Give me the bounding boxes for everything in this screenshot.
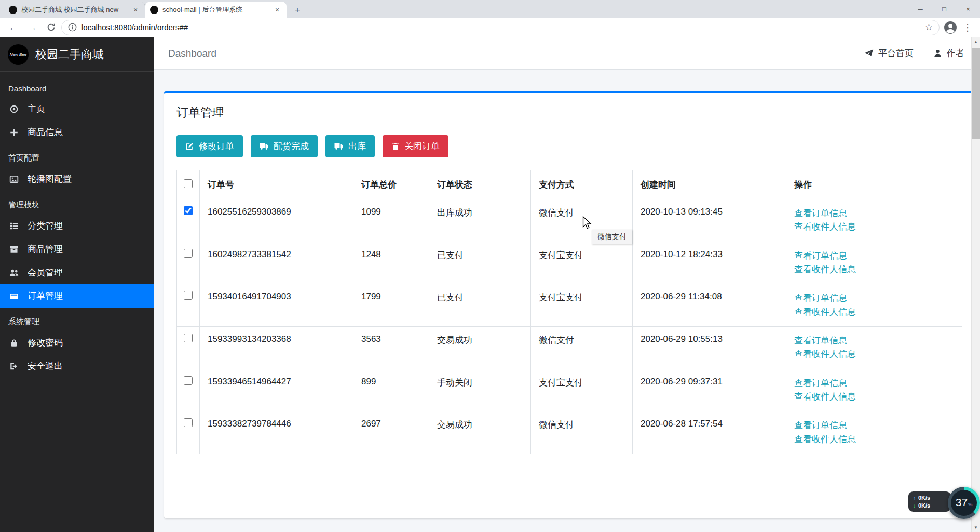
view-recipient-link[interactable]: 查看收件人信息 [794,348,954,361]
nav-section-system: 系统管理 [0,308,154,331]
sidebar-item-label: 会员管理 [28,267,63,278]
bookmark-star-icon[interactable]: ☆ [925,22,933,33]
nav-section-management: 管理模块 [0,191,154,214]
brand-link[interactable]: New Bee 校园二手商城 [0,37,154,72]
tab-close-icon[interactable]: × [131,5,140,15]
scrollbar-thumb[interactable] [972,48,980,139]
page-scrollbar[interactable]: ▲ ▼ [971,37,980,532]
view-order-link[interactable]: 查看订单信息 [794,334,954,348]
image-icon [8,175,20,184]
order-total-cell: 3563 [353,327,429,369]
sidebar-item-product-management[interactable]: 商品管理 [0,237,154,261]
window-minimize-button[interactable]: ─ [908,0,932,18]
reload-button[interactable] [43,19,59,36]
sidebar-item-product-info[interactable]: 商品信息 [0,121,154,144]
browser-tab-1[interactable]: 校园二手商城 校园二手商城 new × [4,2,145,18]
view-recipient-link[interactable]: 查看收件人信息 [794,305,954,319]
view-recipient-link[interactable]: 查看收件人信息 [794,220,954,234]
button-label: 修改订单 [199,140,234,152]
browser-menu-icon[interactable]: ⋮ [962,22,973,33]
order-status-cell: 已支付 [429,284,531,327]
table-row: 16025516259303869 1099 出库成功 微信支付 2020-10… [177,200,962,242]
order-status-cell: 交易成功 [429,411,531,454]
created-time-cell: 2020-06-29 11:34:08 [633,284,786,327]
sidebar-item-label: 安全退出 [28,360,63,372]
table-row: 15933993134203368 3563 交易成功 微信支付 2020-06… [177,327,962,369]
truck-icon [260,142,269,150]
row-checkbox[interactable] [184,249,193,258]
actions-cell: 查看订单信息 查看收件人信息 [786,200,962,242]
orders-toolbar: 修改订单 配货完成 出库 关闭订单 [176,135,962,157]
tab-title: 校园二手商城 校园二手商城 new [21,5,127,15]
column-created: 创建时间 [633,170,786,200]
button-label: 关闭订单 [404,140,440,152]
row-checkbox[interactable] [184,418,193,427]
edit-icon [185,142,194,151]
scrollbar-up-arrow[interactable]: ▲ [972,37,980,46]
scrollbar-down-arrow[interactable]: ▼ [972,523,980,532]
order-total-cell: 899 [353,369,429,411]
browser-address-bar: ← → localhost:8080/admin/orders## ☆ ⋮ [0,18,980,37]
created-time-cell: 2020-06-29 10:55:13 [633,327,786,369]
dashboard-icon [8,104,20,114]
order-no-cell: 16025516259303869 [200,200,353,242]
edit-order-button[interactable]: 修改订单 [176,135,243,157]
net-speed-widget[interactable]: ↑ 0K/s ↓ 0K/s [908,491,951,512]
download-speed: 0K/s [918,502,930,509]
row-checkbox[interactable] [184,334,193,342]
sidebar-item-order-management[interactable]: 订单管理 [0,284,154,308]
sidebar-item-change-password[interactable]: 修改密码 [0,331,154,354]
window-close-button[interactable]: × [956,0,980,18]
download-arrow-icon: ↓ [913,503,916,509]
view-recipient-link[interactable]: 查看收件人信息 [794,263,954,276]
order-status-cell: 手动关闭 [429,369,531,411]
view-recipient-link[interactable]: 查看收件人信息 [794,390,954,404]
profile-avatar-icon[interactable] [944,21,957,34]
sidebar-item-logout[interactable]: 安全退出 [0,354,154,378]
row-checkbox[interactable] [184,206,193,215]
orders-table: 订单号 订单总价 订单状态 支付方式 创建时间 操作 1602551625930… [176,170,962,454]
view-order-link[interactable]: 查看订单信息 [794,419,954,432]
close-order-button[interactable]: 关闭订单 [383,135,448,157]
view-order-link[interactable]: 查看订单信息 [794,207,954,220]
window-controls: ─ □ × [908,0,980,18]
user-icon [933,49,942,58]
percent-badge[interactable]: 37 % [948,487,980,519]
new-tab-button[interactable]: + [290,3,305,18]
sidebar-item-carousel-config[interactable]: 轮播图配置 [0,167,154,191]
view-order-link[interactable]: 查看订单信息 [794,377,954,390]
view-order-link[interactable]: 查看订单信息 [794,291,954,305]
newbee-logo: New Bee [8,44,29,65]
actions-cell: 查看订单信息 查看收件人信息 [786,284,962,327]
upload-speed: 0K/s [918,495,930,501]
admin-page: New Bee 校园二手商城 Dashboard 主页 商品信息 首页配置 轮播… [0,37,980,532]
back-button[interactable]: ← [5,19,22,36]
topnav-links: 平台首页 作者 [865,47,964,59]
row-checkbox[interactable] [184,376,193,385]
sidebar-item-home[interactable]: 主页 [0,97,154,121]
view-order-link[interactable]: 查看订单信息 [794,249,954,263]
page-info-icon[interactable] [68,23,77,32]
forward-button[interactable]: → [24,19,40,36]
row-checkbox[interactable] [184,291,193,300]
tab-close-icon[interactable]: × [273,5,282,15]
url-omnibox[interactable]: localhost:8080/admin/orders## ☆ [61,20,940,35]
table-row: 16024982733381542 1248 已支付 支付宝支付 2020-10… [177,242,962,284]
order-total-cell: 1248 [353,242,429,284]
sidebar-item-category-management[interactable]: 分类管理 [0,214,154,237]
ship-out-button[interactable]: 出库 [325,135,375,157]
sidebar-item-label: 商品信息 [28,126,63,138]
window-maximize-button[interactable]: □ [932,0,956,18]
author-link[interactable]: 作者 [933,47,964,59]
order-total-cell: 1099 [353,200,429,242]
sidebar-item-member-management[interactable]: 会员管理 [0,261,154,284]
breadcrumb: Dashboard [168,48,216,59]
select-all-checkbox[interactable] [184,179,193,188]
browser-tab-2-active[interactable]: school-mall | 后台管理系统 × [145,2,287,18]
view-recipient-link[interactable]: 查看收件人信息 [794,433,954,446]
picking-complete-button[interactable]: 配货完成 [251,135,318,157]
net-download-row: ↓ 0K/s [913,502,946,509]
tab-title: school-mall | 后台管理系统 [162,5,268,15]
platform-home-link[interactable]: 平台首页 [865,47,914,59]
percent-badge-inner: 37 % [951,490,977,516]
